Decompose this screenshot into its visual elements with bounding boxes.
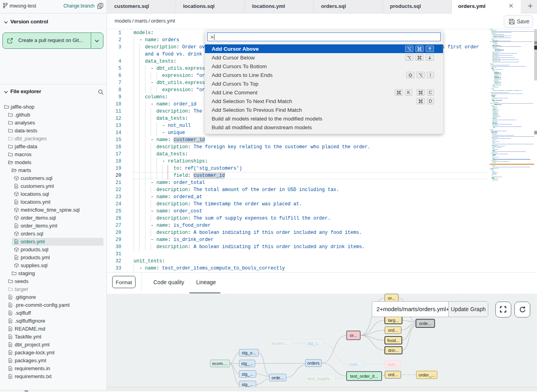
svg-text:stg_...: stg_... <box>241 361 253 366</box>
svg-text:cus...: cus... <box>388 362 398 367</box>
svg-text:drin...: drin... <box>388 348 399 353</box>
svg-text:orders: orders <box>307 361 320 365</box>
svg-text:food...: food... <box>387 338 399 343</box>
svg-text:test_supply...: test_supply... <box>308 376 333 381</box>
svg-text:ecom....: ecom.... <box>212 361 227 366</box>
svg-text:larg...: larg... <box>388 318 399 323</box>
svg-text:orde...: orde... <box>419 321 431 326</box>
svg-text:ord...: ord... <box>388 328 398 333</box>
svg-text:or...: or... <box>388 296 395 300</box>
svg-text:order_...: order_... <box>419 373 435 377</box>
svg-text:orde...: orde... <box>271 375 284 380</box>
svg-text:stg_c...: stg_c... <box>308 341 321 346</box>
svg-text:or...: or... <box>350 333 357 338</box>
svg-text:ord...: ord... <box>388 372 398 377</box>
svg-text:stg_...: stg_... <box>242 382 254 387</box>
svg-text:stg_o...: stg_o... <box>242 350 256 355</box>
svg-text:ecom.r...: ecom.r... <box>272 341 289 346</box>
svg-text:test_order_it...: test_order_it... <box>350 374 378 379</box>
svg-text:stg_...: stg_... <box>242 372 254 377</box>
svg-text:cust...: cust... <box>349 362 361 367</box>
